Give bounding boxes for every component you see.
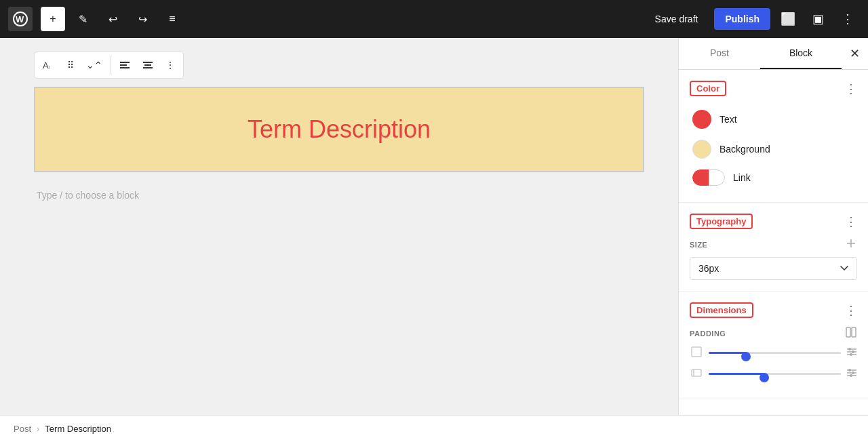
svg-text:↕: ↕ <box>48 64 51 69</box>
wp-logo: W <box>8 7 33 31</box>
slider-thumb-2[interactable] <box>760 373 769 382</box>
toggle-right <box>709 169 725 186</box>
background-color-swatch <box>692 140 711 159</box>
add-block-button[interactable]: + <box>41 7 65 31</box>
svg-point-28 <box>850 374 852 377</box>
sidebar-toggle-button[interactable]: ▣ <box>806 7 830 31</box>
svg-rect-8 <box>144 64 151 66</box>
breadcrumb-separator: › <box>37 424 39 434</box>
svg-rect-13 <box>852 327 856 337</box>
text-color-swatch <box>692 110 711 129</box>
save-draft-button[interactable]: Save draft <box>644 8 709 30</box>
slider-adjust-1[interactable] <box>846 346 857 359</box>
type-hint[interactable]: Type / to choose a block <box>34 183 644 207</box>
panel-close-button[interactable]: ✕ <box>842 41 868 66</box>
link-color-label: Link <box>733 172 751 183</box>
typography-section-header: Typography ⋮ <box>690 214 857 229</box>
publish-button[interactable]: Publish <box>714 8 770 30</box>
right-panel: Post Block ✕ Color ⋮ Text Background <box>678 38 868 415</box>
toolbar-divider-1 <box>111 56 111 75</box>
text-color-item[interactable]: Text <box>690 104 857 134</box>
color-section-header: Color ⋮ <box>690 81 857 96</box>
breadcrumb-post[interactable]: Post <box>14 424 31 434</box>
breadcrumb-bar: Post › Term Description <box>0 415 868 442</box>
slider-row-2 <box>690 367 857 381</box>
slider-icon-1 <box>690 346 703 360</box>
svg-rect-5 <box>120 64 127 66</box>
panel-tabs: Post Block ✕ <box>679 38 868 70</box>
link-toggle[interactable] <box>692 169 725 186</box>
block-tool-drag[interactable]: A↕ <box>37 55 60 75</box>
block-tool-align-center[interactable] <box>137 56 159 75</box>
main-area: A↕ ⠿ ⌄⌃ ⋮ Term Description Type / to cho… <box>0 38 868 415</box>
toggle-left <box>692 169 709 186</box>
slider-row-1 <box>690 346 857 360</box>
options-button[interactable]: ⋮ <box>835 7 860 31</box>
color-section: Color ⋮ Text Background <box>679 70 868 203</box>
padding-link-button[interactable] <box>845 326 857 340</box>
size-header: SIZE <box>690 237 857 252</box>
view-button[interactable]: ⬜ <box>776 7 800 31</box>
padding-label: PADDING <box>690 329 726 338</box>
edit-button[interactable]: ✎ <box>71 7 95 31</box>
svg-text:W: W <box>16 14 24 24</box>
tab-block[interactable]: Block <box>760 38 842 69</box>
size-adjust-button[interactable] <box>845 237 857 252</box>
block-tool-align-left[interactable] <box>114 56 136 75</box>
content-area: Term Description Type / to choose a bloc… <box>34 87 644 207</box>
svg-point-19 <box>852 350 854 353</box>
block-tool-arrows[interactable]: ⌄⌃ <box>81 56 108 75</box>
dimensions-section: Dimensions ⋮ PADDING <box>679 292 868 399</box>
undo-button[interactable]: ↩ <box>100 7 125 31</box>
slider-fill-2 <box>709 373 764 375</box>
slider-container-1[interactable] <box>709 346 841 360</box>
list-view-button[interactable]: ≡ <box>160 7 184 31</box>
dimensions-section-title: Dimensions <box>690 302 753 318</box>
svg-point-18 <box>848 348 851 350</box>
typography-section-title: Typography <box>690 214 753 229</box>
svg-rect-7 <box>143 62 153 63</box>
top-bar: W + ✎ ↩ ↪ ≡ Save draft Publish ⬜ ▣ ⋮ <box>0 0 868 38</box>
color-more-button[interactable]: ⋮ <box>845 81 857 96</box>
slider-container-2[interactable] <box>709 367 841 381</box>
background-color-label: Background <box>719 144 770 155</box>
slider-track-2 <box>709 373 841 375</box>
svg-point-27 <box>852 371 854 374</box>
text-color-label: Text <box>719 114 737 125</box>
breadcrumb-current: Term Description <box>45 424 111 434</box>
svg-point-26 <box>848 369 851 371</box>
padding-header: PADDING <box>690 326 857 340</box>
svg-rect-21 <box>692 369 701 376</box>
svg-point-20 <box>850 353 852 356</box>
background-color-item[interactable]: Background <box>690 134 857 164</box>
svg-rect-4 <box>120 62 130 63</box>
slider-fill-1 <box>709 352 746 354</box>
term-description-block[interactable]: Term Description <box>34 87 644 172</box>
size-select[interactable]: 36px 12px14px16px18px 24px28px32px 42px4… <box>690 257 857 280</box>
typography-section: Typography ⋮ SIZE 36px 12px14px16px18px … <box>679 203 868 292</box>
svg-rect-9 <box>143 67 153 68</box>
size-label: SIZE <box>690 241 707 249</box>
link-color-item[interactable]: Link <box>690 164 857 191</box>
svg-rect-12 <box>846 327 850 337</box>
dimensions-section-header: Dimensions ⋮ <box>690 302 857 318</box>
slider-track-1 <box>709 352 841 354</box>
redo-button[interactable]: ↪ <box>130 7 155 31</box>
editor-area: A↕ ⠿ ⌄⌃ ⋮ Term Description Type / to cho… <box>0 38 678 415</box>
block-tool-dots[interactable]: ⠿ <box>62 56 79 75</box>
block-toolbar: A↕ ⠿ ⌄⌃ ⋮ <box>34 52 184 79</box>
dimensions-more-button[interactable]: ⋮ <box>845 303 857 318</box>
typography-more-button[interactable]: ⋮ <box>845 214 857 229</box>
link-toggle-track[interactable] <box>692 169 725 186</box>
slider-thumb-1[interactable] <box>741 352 751 361</box>
slider-icon-2 <box>690 367 703 381</box>
term-description-heading: Term Description <box>49 115 629 144</box>
slider-adjust-2[interactable] <box>846 367 857 380</box>
color-section-title: Color <box>690 81 726 96</box>
svg-rect-14 <box>692 347 701 357</box>
tab-post[interactable]: Post <box>679 38 760 69</box>
svg-rect-6 <box>120 67 130 68</box>
block-tool-more[interactable]: ⋮ <box>160 56 180 75</box>
